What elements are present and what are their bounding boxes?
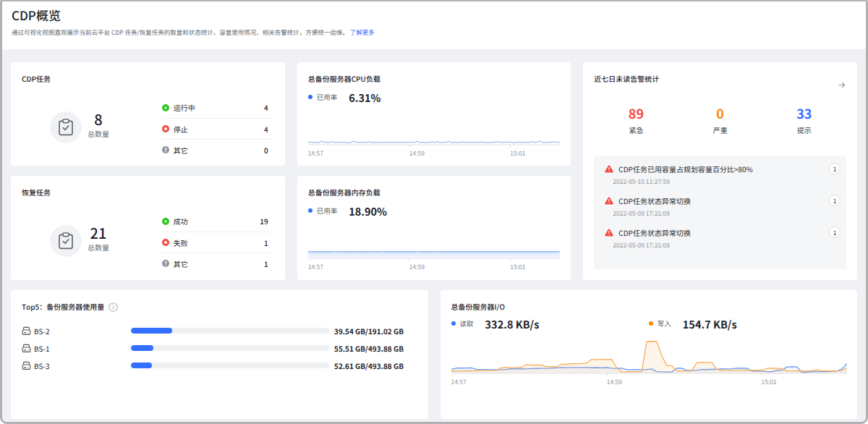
io-title: 总备份服务器I/O [451,302,847,312]
legend-dot-blue [308,208,312,213]
status-row-stopped: 停止 4 [162,118,274,139]
top5-list: BS-2 39.54 GB/191.02 GB BS-1 55.51 GB/49… [22,322,417,374]
alarm-text: CDP任务状态异常切换 [618,195,823,206]
memory-legend: 已用率 18.90% [308,201,561,220]
cpu-chart: 14:57 14:59 15:01 [308,111,561,157]
io-write-legend: 写入 154.7 KB/s [649,314,846,333]
io-read-label: 读取 [460,318,474,328]
card-alarms: 近七日未读告警统计 89 紧急 0 严重 33 提示 [583,62,857,280]
recovery-tasks-title: 恢复任务 [22,187,274,198]
status-value: 19 [260,216,268,226]
question-icon: ? [162,260,169,267]
status-value: 0 [264,145,268,156]
critical-count: 89 [594,106,678,120]
card-top5-usage: Top5：备份服务器使用量 BS-2 39.54 GB/191.02 GB BS… [11,290,428,419]
io-x-axis-labels: 14:57 14:59 15:01 [451,377,847,386]
alarm-item[interactable]: CDP任务状态异常切换 1 2022-05-09 17:21:09 [605,195,841,227]
memory-legend-label: 已用率 [317,205,338,216]
alarm-item[interactable]: CDP任务状态异常切换 1 2022-05-09 17:21:09 [605,227,841,259]
page-subtitle-row: 通过可视化视图直观展示当前云平台 CDP 任务/恢复任务的数量和状态统计、容量使… [12,27,856,36]
alarm-stat-info: 33 提示 [762,106,846,135]
x-tick-label: 14:59 [607,377,622,386]
alarm-item[interactable]: CDP任务已用容量占规划容量百分比>80% 1 2022-05-10 11:27… [605,164,841,195]
x-tick-label: 14:59 [409,262,425,271]
status-label: 运行中 [174,102,195,113]
legend-dot-orange [649,321,653,326]
alarm-count-badge: 1 [829,195,841,206]
cdp-status-list: 运行中 4 停止 4 ? 其它 0 [162,97,274,160]
x-tick-label: 14:59 [409,148,425,157]
server-name: BS-2 [34,326,131,336]
alarm-text: CDP任务已用容量占规划容量百分比>80% [618,164,823,174]
legend-dot-blue [451,321,456,326]
x-tick-label: 15:01 [762,377,777,386]
alarm-stat-critical: 89 紧急 [594,106,678,135]
question-icon: ? [162,146,169,153]
io-chart: 14:57 14:59 15:01 [451,334,847,386]
memory-x-axis-labels: 14:57 14:59 15:01 [308,262,561,271]
io-legend: 读取 332.8 KB/s 写入 154.7 KB/s [451,314,847,333]
usage-bar [131,362,329,368]
critical-label: 紧急 [594,124,678,135]
card-recovery-tasks: 恢复任务 21 总数量 成功 [11,176,285,280]
app-window: CDP概览 通过可视化视图直观展示当前云平台 CDP 任务/恢复任务的数量和状态… [0,0,868,424]
card-memory-load: 总备份服务器内存负载 已用率 18.90% 14:57 14:59 15:01 [297,176,571,280]
status-label: 其它 [174,145,188,156]
x-tick-label: 15:01 [510,148,525,157]
io-chart-canvas [451,334,847,376]
alarm-time: 2022-05-09 17:21:09 [613,208,841,217]
status-row-other: ? 其它 0 [162,139,274,160]
recovery-tasks-total-label: 总数量 [88,242,109,253]
learn-more-link[interactable]: 了解更多 [350,27,375,36]
alarms-title: 近七日未读告警统计 [594,74,846,84]
stopped-icon [162,125,169,132]
alarm-text: CDP任务状态异常切换 [618,227,823,238]
usage-bar [131,328,329,334]
io-read-legend: 读取 332.8 KB/s [451,314,649,333]
server-usage-row: BS-2 39.54 GB/191.02 GB [22,322,417,339]
svg-text:?: ? [164,146,167,153]
status-row-success: 成功 19 [162,211,274,232]
cpu-usage-value: 6.31% [349,90,380,105]
server-name: BS-1 [34,343,131,354]
alarm-item-line: CDP任务状态异常切换 1 [605,195,841,205]
server-usage-row: BS-3 52.61 GB/493.88 GB [22,357,417,374]
io-read-value: 332.8 KB/s [485,316,540,331]
cdp-tasks-body: 8 总数量 运行中 4 停止 4 [22,97,274,160]
clipboard-icon [50,225,82,257]
card-io: 总备份服务器I/O 读取 332.8 KB/s 写入 154.7 KB/s [441,290,858,419]
status-value: 1 [264,237,268,248]
info-icon[interactable] [109,302,118,312]
cdp-tasks-total: 8 [88,111,109,127]
arrow-right-icon[interactable] [838,75,846,81]
recovery-tasks-body: 21 总数量 成功 19 失败 1 [22,211,274,274]
page-title: CDP概览 [12,7,856,23]
memory-chart-canvas [308,225,560,260]
top-grid: CDP任务 8 总数量 运行中 [11,62,857,280]
alarm-time: 2022-05-09 17:21:09 [613,240,841,249]
alarm-list: CDP任务已用容量占规划容量百分比>80% 1 2022-05-10 11:27… [594,156,846,269]
bottom-grid: Top5：备份服务器使用量 BS-2 39.54 GB/191.02 GB BS… [11,290,857,419]
server-name: BS-3 [34,360,131,371]
status-row-failed: 失败 1 [162,232,274,253]
memory-chart: 14:57 14:59 15:01 [308,225,561,271]
server-icon [22,326,31,336]
severe-label: 严重 [678,124,762,135]
status-label: 停止 [174,124,188,135]
server-icon [22,361,31,370]
svg-text:?: ? [164,260,167,267]
warning-triangle-icon [605,229,613,237]
usage-value: 39.54 GB/191.02 GB [334,326,404,336]
alarm-item-line: CDP任务已用容量占规划容量百分比>80% 1 [605,164,841,174]
alarm-item-line: CDP任务状态异常切换 1 [605,227,841,237]
page-header: CDP概览 通过可视化视图直观展示当前云平台 CDP 任务/恢复任务的数量和状态… [2,1,866,49]
status-row-running: 运行中 4 [162,97,274,118]
recovery-tasks-total-block: 21 总数量 [88,225,109,253]
status-value: 1 [264,258,268,269]
dashboard: CDP任务 8 总数量 运行中 [2,49,866,419]
card-cpu-load: 总备份服务器CPU负载 已用率 6.31% 14:57 14:59 15:01 [297,62,571,166]
server-icon [22,344,31,353]
severe-count: 0 [678,106,762,120]
server-usage-row: BS-1 55.51 GB/493.88 GB [22,339,417,357]
alarm-stat-severe: 0 严重 [678,106,762,135]
